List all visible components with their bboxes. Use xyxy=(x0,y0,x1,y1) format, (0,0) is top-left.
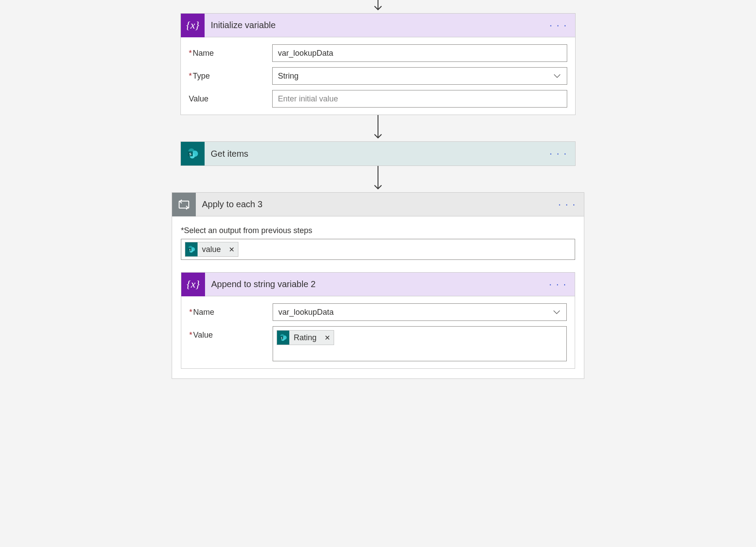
name-select[interactable]: var_lookupData xyxy=(273,303,567,321)
field-row-value: Value xyxy=(189,90,567,108)
dynamic-token-rating[interactable]: S Rating ✕ xyxy=(277,330,334,345)
field-row-type: *Type String xyxy=(189,67,567,85)
container-body: *Select an output from previous steps S … xyxy=(172,216,584,378)
field-label: Value xyxy=(189,94,272,104)
card-title: Get items xyxy=(211,149,543,159)
card-body: *Name *Type String Value xyxy=(181,37,575,115)
card-menu-button[interactable]: · · · xyxy=(549,148,567,159)
value-input[interactable] xyxy=(272,90,567,108)
card-title: Initialize variable xyxy=(211,20,543,30)
action-initialize-variable[interactable]: {x} Initialize variable · · · *Name *Typ… xyxy=(180,13,576,115)
connector-arrow xyxy=(0,115,756,141)
type-select-value: String xyxy=(278,72,299,81)
card-header[interactable]: Apply to each 3 · · · xyxy=(172,193,584,216)
sharepoint-icon: S xyxy=(277,331,289,345)
type-select[interactable]: String xyxy=(272,67,567,85)
svg-text:S: S xyxy=(189,152,191,156)
chevron-down-icon xyxy=(554,72,561,81)
token-label: value xyxy=(198,242,225,256)
variable-icon: {x} xyxy=(181,14,205,37)
token-remove-button[interactable]: ✕ xyxy=(225,242,238,256)
connector-arrow xyxy=(0,166,756,192)
dynamic-token-value[interactable]: S value ✕ xyxy=(185,242,238,257)
card-menu-button[interactable]: · · · xyxy=(549,279,567,290)
connector-arrow xyxy=(0,0,756,13)
token-remove-button[interactable]: ✕ xyxy=(321,331,334,345)
card-menu-button[interactable]: · · · xyxy=(549,20,567,31)
card-menu-button[interactable]: · · · xyxy=(558,199,576,210)
sharepoint-icon: S xyxy=(181,142,205,166)
action-get-items[interactable]: S Get items · · · xyxy=(180,141,576,166)
field-label: *Name xyxy=(189,308,273,317)
field-row-name: *Name xyxy=(189,44,567,62)
card-title: Apply to each 3 xyxy=(202,199,552,209)
variable-icon: {x} xyxy=(181,273,205,296)
field-row-value: *Value xyxy=(189,326,567,361)
field-row-name: *Name var_lookupData xyxy=(189,303,567,321)
card-title: Append to string variable 2 xyxy=(211,279,543,289)
field-label: *Type xyxy=(189,72,272,81)
action-apply-to-each[interactable]: Apply to each 3 · · · *Select an output … xyxy=(172,192,584,379)
loop-icon xyxy=(172,193,196,216)
field-label: *Name xyxy=(189,49,272,58)
action-append-to-string-variable[interactable]: {x} Append to string variable 2 · · · *N… xyxy=(181,272,575,369)
card-header[interactable]: {x} Initialize variable · · · xyxy=(181,14,575,37)
field-label: *Value xyxy=(189,326,273,340)
card-body: *Name var_lookupData *Value xyxy=(181,296,575,368)
card-header[interactable]: S Get items · · · xyxy=(181,142,575,166)
sharepoint-icon: S xyxy=(185,242,198,256)
name-input[interactable] xyxy=(272,44,567,62)
value-field[interactable]: S Rating ✕ xyxy=(273,326,567,361)
flow-canvas: {x} Initialize variable · · · *Name *Typ… xyxy=(0,0,756,392)
card-header[interactable]: {x} Append to string variable 2 · · · xyxy=(181,273,575,296)
chevron-down-icon xyxy=(553,308,560,317)
token-label: Rating xyxy=(289,331,321,345)
name-select-value: var_lookupData xyxy=(278,308,334,317)
select-output-field[interactable]: S value ✕ xyxy=(181,239,575,260)
field-label: *Select an output from previous steps xyxy=(181,226,575,235)
